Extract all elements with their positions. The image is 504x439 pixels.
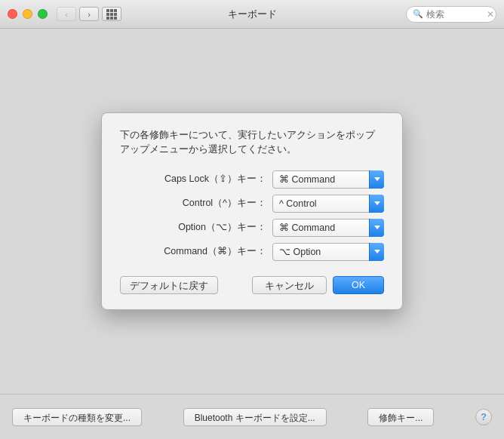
key-select-wrap-option: ⌘ Command ^ Control ⌥ Option ⇪ Caps Lock… [272, 219, 384, 237]
bottom-bar: キーボードの種類を変更... Bluetooth キーボードを設定... 修飾キ… [0, 394, 504, 439]
grid-icon [106, 9, 117, 20]
ok-button[interactable]: OK [333, 276, 384, 294]
main-area: 下の各修飾キーについて、実行したいアクションをポップアップメニューから選択してく… [0, 29, 504, 439]
keyboard-type-button[interactable]: キーボードの種類を変更... [12, 408, 142, 426]
minimize-button[interactable] [23, 9, 32, 19]
search-icon: 🔍 [413, 9, 423, 19]
back-button[interactable]: ‹ [57, 7, 76, 21]
key-row-command: Command（⌘）キー： ⌘ Command ^ Control ⌥ Opti… [120, 243, 384, 261]
dialog-buttons: デフォルトに戻す キャンセル OK [120, 276, 384, 294]
key-label-option: Option（⌥）キー： [152, 221, 272, 234]
key-select-wrap-command: ⌘ Command ^ Control ⌥ Option ⇪ Caps Lock… [272, 243, 384, 261]
key-mapping-table: Caps Lock（⇪）キー： ⌘ Command ^ Control ⌥ Op… [120, 170, 384, 261]
title-bar: ‹ › キーボード 🔍 ✕ [0, 0, 504, 29]
key-select-control[interactable]: ⌘ Command ^ Control ⌥ Option ⇪ Caps Lock… [272, 195, 384, 213]
traffic-lights [8, 9, 48, 19]
dialog-overlay: 下の各修飾キーについて、実行したいアクションをポップアップメニューから選択してく… [0, 29, 504, 394]
dialog: 下の各修飾キーについて、実行したいアクションをポップアップメニューから選択してく… [101, 112, 403, 310]
key-select-capslock[interactable]: ⌘ Command ^ Control ⌥ Option ⇪ Caps Lock… [272, 170, 384, 189]
key-row-option: Option（⌥）キー： ⌘ Command ^ Control ⌥ Optio… [120, 219, 384, 237]
key-label-command: Command（⌘）キー： [152, 245, 272, 258]
key-row-capslock: Caps Lock（⇪）キー： ⌘ Command ^ Control ⌥ Op… [120, 170, 384, 189]
key-select-option[interactable]: ⌘ Command ^ Control ⌥ Option ⇪ Caps Lock… [272, 219, 384, 237]
reset-default-button[interactable]: デフォルトに戻す [120, 276, 218, 294]
window-title: キーボード [228, 8, 277, 21]
nav-buttons: ‹ › [57, 7, 99, 21]
grid-button[interactable] [102, 7, 121, 21]
key-row-control: Control（^）キー： ⌘ Command ^ Control ⌥ Opti… [120, 195, 384, 213]
close-button[interactable] [8, 9, 17, 19]
search-input[interactable] [426, 9, 487, 20]
cancel-button[interactable]: キャンセル [252, 276, 327, 294]
key-select-wrap-control: ⌘ Command ^ Control ⌥ Option ⇪ Caps Lock… [272, 195, 384, 213]
key-select-command[interactable]: ⌘ Command ^ Control ⌥ Option ⇪ Caps Lock… [272, 243, 384, 261]
search-bar[interactable]: 🔍 ✕ [406, 6, 496, 23]
key-label-control: Control（^）キー： [152, 197, 272, 210]
key-label-capslock: Caps Lock（⇪）キー： [152, 173, 272, 186]
search-clear-icon[interactable]: ✕ [487, 9, 494, 20]
dialog-description: 下の各修飾キーについて、実行したいアクションをポップアップメニューから選択してく… [120, 128, 384, 157]
bluetooth-keyboard-button[interactable]: Bluetooth キーボードを設定... [183, 408, 327, 426]
key-select-wrap-capslock: ⌘ Command ^ Control ⌥ Option ⇪ Caps Lock… [272, 170, 384, 189]
help-button[interactable]: ? [475, 409, 492, 425]
maximize-button[interactable] [38, 9, 48, 19]
modifier-keys-button[interactable]: 修飾キー... [367, 408, 434, 426]
forward-button[interactable]: › [79, 7, 99, 21]
